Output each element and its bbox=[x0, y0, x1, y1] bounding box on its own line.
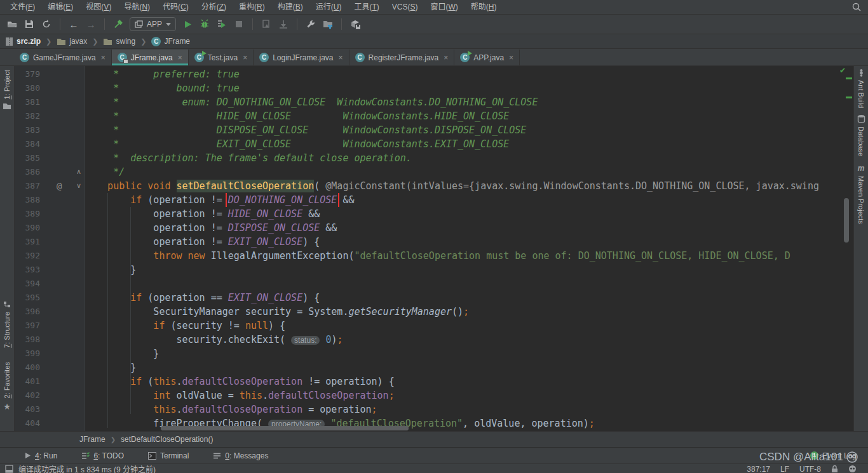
code-line[interactable]: 379 * preferred: true bbox=[15, 67, 853, 81]
code-line[interactable]: 388 if (operation != DO_NOTHING_ON_CLOSE… bbox=[15, 193, 853, 207]
tool-stripe-button-7-structure[interactable]: 7: Structure bbox=[3, 300, 11, 348]
line-number[interactable]: 399 bbox=[15, 347, 40, 361]
line-number[interactable]: 384 bbox=[15, 137, 40, 151]
tab-jframe-java[interactable]: CJFrame.java× bbox=[112, 50, 189, 65]
line-number[interactable]: 386 bbox=[15, 165, 40, 179]
tab-loginjframe-java[interactable]: CLoginJFrame.java× bbox=[254, 50, 349, 65]
tool-stripe-button-maven-projects[interactable]: mMaven Projects bbox=[857, 164, 865, 224]
code-line[interactable]: 403 this.defaultCloseOperation = operati… bbox=[15, 403, 853, 416]
fold-marker-icon[interactable]: ∨ bbox=[76, 179, 81, 193]
line-number[interactable]: 391 bbox=[15, 235, 40, 249]
breadcrumb-class[interactable]: JFrame bbox=[79, 435, 105, 444]
tool-window-button-0-messages[interactable]: 0: Messages bbox=[213, 451, 268, 460]
code-line[interactable]: 382 * HIDE_ON_CLOSE WindowConstants.HIDE… bbox=[15, 109, 853, 123]
code-line[interactable]: 396 SecurityManager security = System.ge… bbox=[15, 305, 853, 319]
line-number[interactable]: 379 bbox=[15, 67, 40, 81]
file-encoding[interactable]: UTF-8 bbox=[799, 465, 821, 473]
caret-position[interactable]: 387:17 bbox=[747, 465, 770, 473]
save-all-icon[interactable] bbox=[24, 18, 35, 30]
breadcrumb-item[interactable]: swing bbox=[103, 37, 135, 46]
breadcrumb-item[interactable]: CJFrame bbox=[151, 37, 190, 46]
line-number[interactable]: 389 bbox=[15, 207, 40, 221]
error-stripe-mark[interactable] bbox=[846, 77, 852, 79]
code-line[interactable]: 394 bbox=[15, 277, 853, 291]
code-line[interactable]: 395 if (operation == EXIT_ON_CLOSE) { bbox=[15, 291, 853, 305]
lock-icon[interactable] bbox=[831, 465, 838, 473]
line-number[interactable]: 405 bbox=[15, 430, 40, 431]
close-icon[interactable]: × bbox=[243, 53, 247, 62]
code-line[interactable]: 384 * EXIT_ON_CLOSE WindowConstants.EXIT… bbox=[15, 137, 853, 151]
line-number[interactable]: 401 bbox=[15, 375, 40, 389]
code-line[interactable]: 385 * description: The frame's default c… bbox=[15, 151, 853, 165]
annotation-gutter-icon[interactable]: @ bbox=[57, 179, 62, 193]
tool-window-button-terminal[interactable]: Terminal bbox=[148, 451, 189, 460]
tool-stripe-button-2-favorites[interactable]: 2: Favorites★ bbox=[3, 362, 11, 411]
error-stripe-mark[interactable] bbox=[846, 97, 852, 98]
status-message[interactable]: 编译成功完成 in 1 s 834 ms (9 分钟之前) bbox=[18, 463, 156, 473]
vertical-scrollbar[interactable] bbox=[844, 198, 849, 243]
code-line[interactable]: 404 firePropertyChange( propertyName: "d… bbox=[15, 416, 853, 430]
line-number[interactable]: 390 bbox=[15, 221, 40, 235]
tab-test-java[interactable]: CTest.java× bbox=[189, 50, 254, 65]
compile-icon[interactable] bbox=[349, 18, 361, 30]
line-number[interactable]: 383 bbox=[15, 123, 40, 137]
close-icon[interactable]: × bbox=[339, 53, 343, 62]
line-number[interactable]: 402 bbox=[15, 389, 40, 403]
event-log-button[interactable]: 1 Event Log bbox=[810, 451, 857, 460]
project-structure-icon[interactable] bbox=[322, 18, 334, 30]
menu-item[interactable]: 运行(U) bbox=[309, 0, 348, 14]
tool-window-button-6-todo[interactable]: 6: TODO bbox=[81, 451, 124, 460]
line-number[interactable]: 403 bbox=[15, 403, 40, 416]
code-line[interactable]: 389 operation != HIDE_ON_CLOSE && bbox=[15, 207, 853, 221]
code-line[interactable]: 383 * DISPOSE_ON_CLOSE WindowConstants.D… bbox=[15, 123, 853, 137]
line-number[interactable]: 387 bbox=[15, 179, 40, 193]
breadcrumb-item[interactable]: javax bbox=[57, 37, 87, 46]
menu-item[interactable]: 帮助(H) bbox=[465, 0, 503, 14]
line-separator[interactable]: LF bbox=[780, 465, 789, 473]
tab-gamejframe-java[interactable]: CGameJFrame.java× bbox=[14, 50, 112, 65]
code-line[interactable]: 401 if (this.defaultCloseOperation != op… bbox=[15, 375, 853, 389]
code-line[interactable]: 402 int oldValue = this.defaultCloseOper… bbox=[15, 389, 853, 403]
menu-item[interactable]: 构建(B) bbox=[271, 0, 309, 14]
code-line[interactable]: 393 } bbox=[15, 263, 853, 277]
tab-registerjframe-java[interactable]: CRegisterJFrame.java× bbox=[349, 50, 455, 65]
code-line[interactable]: 387@∨ public void setDefaultCloseOperati… bbox=[15, 179, 853, 193]
sync-icon[interactable] bbox=[41, 18, 52, 30]
line-number[interactable]: 397 bbox=[15, 319, 40, 333]
back-icon[interactable]: ← bbox=[68, 18, 79, 30]
code-line[interactable]: 390 operation != DISPOSE_ON_CLOSE && bbox=[15, 221, 853, 235]
tool-stripe-button-ant-build[interactable]: Ant Build bbox=[857, 69, 865, 108]
line-number[interactable]: 396 bbox=[15, 305, 40, 319]
build-hammer-icon[interactable] bbox=[112, 18, 124, 30]
code-line[interactable]: 405 } bbox=[15, 430, 853, 431]
line-number[interactable]: 398 bbox=[15, 333, 40, 347]
tab-app-java[interactable]: CAPP.java× bbox=[454, 50, 520, 65]
line-number[interactable]: 392 bbox=[15, 249, 40, 263]
line-number[interactable]: 385 bbox=[15, 151, 40, 165]
line-number[interactable]: 382 bbox=[15, 109, 40, 123]
run-configuration-combo[interactable]: APP bbox=[130, 17, 176, 31]
menu-item[interactable]: 导航(N) bbox=[118, 0, 156, 14]
horizontal-scrollbar[interactable] bbox=[161, 426, 409, 430]
search-everywhere-icon[interactable] bbox=[851, 2, 862, 12]
open-icon[interactable] bbox=[6, 18, 18, 30]
breadcrumb-method[interactable]: setDefaultCloseOperation() bbox=[121, 435, 213, 444]
line-number[interactable]: 394 bbox=[15, 277, 40, 291]
line-number[interactable]: 395 bbox=[15, 291, 40, 305]
code-editor[interactable]: 379 * preferred: true380 * bound: true38… bbox=[15, 66, 853, 431]
tool-stripe-button-1-project[interactable]: 1: Project bbox=[3, 70, 11, 110]
code-line[interactable]: 400 } bbox=[15, 361, 853, 375]
coverage-icon[interactable] bbox=[216, 18, 227, 30]
code-line[interactable]: 399 } bbox=[15, 347, 853, 361]
menu-item[interactable]: 分析(Z) bbox=[195, 0, 233, 14]
inspection-ok-icon[interactable]: ✔ bbox=[839, 66, 846, 75]
line-number[interactable]: 381 bbox=[15, 95, 40, 109]
debug-icon[interactable] bbox=[199, 18, 210, 30]
code-line[interactable]: 397 if (security != null) { bbox=[15, 319, 853, 333]
hector-inspector-icon[interactable] bbox=[848, 465, 857, 473]
code-line[interactable]: 381 * enum: DO_NOTHING_ON_CLOSE WindowCo… bbox=[15, 95, 853, 109]
tool-window-switcher-icon[interactable] bbox=[5, 465, 13, 473]
line-number[interactable]: 404 bbox=[15, 416, 40, 430]
close-icon[interactable]: × bbox=[444, 53, 448, 62]
code-line[interactable]: 391 operation != EXIT_ON_CLOSE) { bbox=[15, 235, 853, 249]
